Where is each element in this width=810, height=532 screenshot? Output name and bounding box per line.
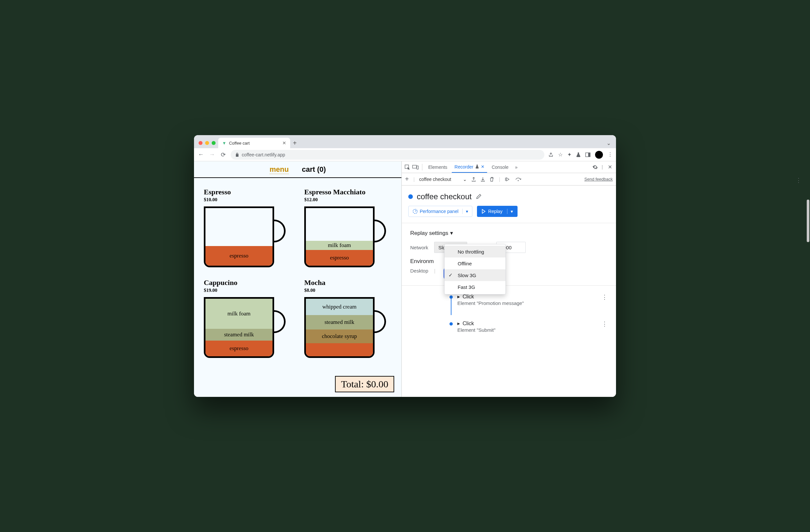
side-panel-icon[interactable] — [585, 152, 590, 157]
nav-back-icon[interactable]: ← — [197, 151, 205, 158]
step-play-icon[interactable] — [505, 177, 511, 181]
section-title[interactable]: Replay settings ▾ — [410, 230, 608, 237]
extensions-puzzle-icon[interactable]: ✦ — [567, 151, 571, 158]
site-nav: menu cart (0) — [194, 161, 401, 178]
product-name: Mocha — [304, 278, 392, 287]
nav-link-cart[interactable]: cart (0) — [302, 165, 326, 174]
layer-espresso: espresso — [306, 250, 373, 266]
browser-window: ▼ Coffee cart ✕ + ⌄ ← → ⟳ coffee-cart.ne… — [194, 135, 616, 397]
step-menu-icon[interactable]: ⋮ — [602, 293, 608, 301]
gauge-icon — [412, 209, 418, 214]
settings-gear-icon[interactable] — [593, 164, 598, 170]
product-price: $8.00 — [304, 288, 392, 293]
nav-forward-icon[interactable]: → — [208, 151, 215, 158]
desktop-label: Desktop — [410, 268, 428, 274]
window-minimize-icon[interactable] — [205, 141, 209, 145]
dropdown-option-slow-3g[interactable]: ✓ Slow 3G — [444, 269, 505, 281]
product-card[interactable]: Espresso $10.00 espresso — [204, 188, 291, 269]
product-name: Cappucino — [204, 278, 291, 287]
recording-selector[interactable]: coffee checkout ⌄ — [419, 177, 467, 182]
address-bar[interactable]: coffee-cart.netlify.app — [231, 150, 544, 160]
inspect-element-icon[interactable] — [404, 164, 410, 170]
labs-flask-icon[interactable] — [576, 152, 581, 157]
mug-graphic: chocolate syrup steamed milk whipped cre… — [304, 297, 386, 359]
browser-tabbar: ▼ Coffee cart ✕ + ⌄ — [194, 135, 616, 148]
dropdown-option-offline[interactable]: Offline — [444, 258, 505, 269]
devtools-tab-console[interactable]: Console — [489, 161, 511, 173]
devtools-panel: Elements Recorder ✕ Console » ⋮ ✕ + | — [402, 161, 616, 397]
network-label: Network — [410, 245, 428, 250]
steps-list: ▸ Click Element "Promotion message" ⋮ ▸ … — [402, 286, 616, 342]
browser-tab[interactable]: ▼ Coffee cart ✕ — [218, 138, 290, 148]
chevron-down-icon[interactable]: ▾ — [507, 209, 513, 214]
tab-close-icon[interactable]: ✕ — [481, 164, 485, 169]
recording-title: coffee checkout — [417, 192, 472, 201]
nav-link-menu[interactable]: menu — [270, 165, 289, 174]
layer-whipped-cream: whipped cream — [306, 299, 373, 315]
recording-title-row: coffee checkout — [402, 186, 616, 206]
more-tabs-icon[interactable]: » — [513, 165, 519, 170]
mug-graphic: espresso steamed milk milk foam — [204, 297, 286, 359]
delete-trash-icon[interactable] — [490, 177, 494, 182]
layer-chocolate-syrup: chocolate syrup — [306, 329, 373, 343]
product-name: Espresso Macchiato — [304, 188, 392, 196]
product-card[interactable]: Espresso Macchiato $12.00 espresso milk … — [304, 188, 392, 269]
environment-title: Environm — [410, 258, 608, 265]
window-close-icon[interactable] — [198, 141, 202, 145]
import-down-icon[interactable] — [481, 177, 485, 182]
content-area: menu cart (0) Espresso $10.00 espresso — [194, 161, 616, 397]
step-title: Click — [463, 321, 474, 326]
dropdown-option-fast-3g[interactable]: Fast 3G — [444, 281, 505, 293]
product-card[interactable]: Cappucino $19.00 espresso steamed milk m… — [204, 278, 291, 359]
devtools-menu-icon[interactable]: ⋮ — [600, 165, 604, 170]
mug-graphic: espresso milk foam — [304, 207, 386, 269]
dropdown-option-no-throttling[interactable]: No throttling — [444, 246, 505, 258]
export-up-icon[interactable] — [471, 177, 476, 182]
mug-graphic: espresso — [204, 207, 286, 269]
total-box[interactable]: Total: $0.00 — [335, 376, 394, 392]
layer-steamed-milk: steamed milk — [206, 329, 273, 341]
bookmark-star-icon[interactable]: ☆ — [558, 151, 563, 158]
nav-reload-icon[interactable]: ⟳ — [220, 151, 227, 158]
replay-settings-section: Replay settings ▾ Network Slow 3G ▴ Time… — [402, 223, 616, 285]
expand-caret-icon[interactable]: ▸ — [457, 320, 460, 326]
svg-rect-1 — [588, 153, 590, 157]
edit-pencil-icon[interactable] — [476, 194, 482, 199]
vue-favicon-icon: ▼ — [222, 141, 226, 146]
step-menu-icon[interactable]: ⋮ — [602, 320, 608, 327]
replay-button[interactable]: Replay ▾ — [477, 206, 518, 217]
product-price: $12.00 — [304, 197, 392, 203]
check-icon: ✓ — [449, 272, 453, 278]
profile-avatar-icon[interactable] — [595, 151, 603, 159]
svg-point-5 — [518, 180, 519, 181]
step-over-icon[interactable] — [515, 177, 522, 181]
svg-rect-3 — [412, 165, 417, 168]
new-tab-button[interactable]: + — [290, 139, 299, 148]
devtools-close-icon[interactable]: ✕ — [606, 164, 613, 170]
step-row[interactable]: ▸ Click Element "Submit" ⋮ — [450, 317, 608, 336]
share-icon[interactable] — [548, 152, 553, 157]
flask-icon — [475, 165, 479, 169]
browser-menu-icon[interactable]: ⋮ — [608, 151, 613, 158]
send-feedback-link[interactable]: Send feedback — [584, 177, 613, 181]
product-card[interactable]: Mocha $8.00 chocolate syrup steamed milk… — [304, 278, 392, 359]
chevron-down-icon: ⌄ — [463, 177, 467, 182]
step-title: Click — [463, 294, 474, 300]
tab-list-chevron-icon[interactable]: ⌄ — [606, 140, 613, 148]
new-recording-plus-icon[interactable]: + — [405, 175, 409, 183]
layer-steamed-milk: steamed milk — [306, 315, 373, 329]
layer-milk-foam: milk foam — [306, 241, 373, 250]
recorder-toolbar: + | coffee checkout ⌄ | — [402, 173, 616, 186]
chevron-down-icon[interactable]: ▾ — [462, 209, 468, 214]
devtools-tab-recorder[interactable]: Recorder ✕ — [452, 161, 487, 173]
layer-espresso: espresso — [206, 246, 273, 266]
performance-panel-button[interactable]: Performance panel ▾ — [408, 206, 472, 217]
play-icon — [482, 209, 485, 214]
recording-status-dot-icon — [408, 194, 413, 199]
step-subtitle: Element "Promotion message" — [457, 300, 597, 306]
device-mode-icon[interactable] — [412, 165, 419, 170]
tab-close-icon[interactable]: ✕ — [282, 140, 286, 146]
chevron-down-icon: ▾ — [450, 230, 453, 237]
devtools-tab-elements[interactable]: Elements — [426, 161, 450, 173]
window-maximize-icon[interactable] — [212, 141, 215, 145]
